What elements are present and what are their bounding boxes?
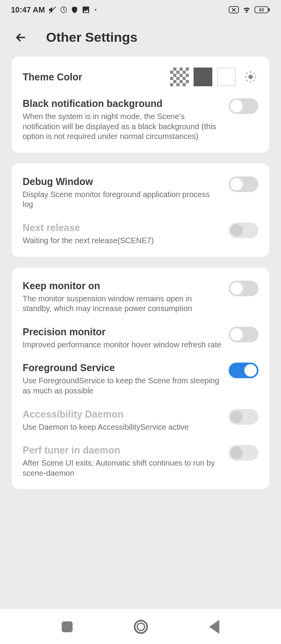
foreground-service-toggle[interactable] [229,363,258,378]
next-release-title: Next release [23,222,154,233]
system-nav-bar [0,609,281,644]
page-title: Other Settings [46,30,137,45]
debug-window-toggle[interactable] [229,176,258,192]
next-release-row: Next release Waiting for the next releas… [23,221,258,246]
keep-monitor-title: Keep monitor on [23,280,222,292]
keep-monitor-desc: The monitor suspension window remains op… [23,294,222,314]
screen-record-icon [229,6,239,14]
nav-recent-button[interactable] [62,621,73,632]
precision-monitor-toggle[interactable] [229,327,258,342]
status-time: 10:47 AM [11,5,45,14]
next-release-desc: Waiting for the next release(SCENE7) [23,236,154,246]
accessibility-daemon-desc: Use Daemon to keep AccessibilityService … [23,422,189,432]
card-appearance: Theme Color Black notification backgroun… [12,57,269,153]
theme-swatch-dark[interactable] [194,68,212,86]
svg-line-12 [254,80,254,81]
battery-icon: 63 [254,6,270,14]
black-notification-row[interactable]: Black notification background When the s… [23,96,258,142]
debug-window-title: Debug Window [23,176,222,187]
theme-swatch-light[interactable] [217,68,236,86]
svg-rect-4 [269,8,270,11]
nav-back-button[interactable] [209,620,219,634]
image-icon [82,5,90,14]
brightness-icon[interactable] [243,69,258,85]
svg-point-6 [248,75,253,79]
debug-window-desc: Display Scene monitor foreground applica… [23,190,222,210]
black-notification-toggle[interactable] [229,98,258,114]
keep-monitor-toggle[interactable] [229,281,258,296]
accessibility-daemon-title: Accessibility Daemon [23,409,189,420]
perf-tuner-row: Perf tuner in daemon After Scene UI exit… [23,443,258,478]
card-debug: Debug Window Display Scene monitor foreg… [12,164,269,257]
keep-monitor-row[interactable]: Keep monitor on The monitor suspension w… [23,279,258,314]
perf-tuner-title: Perf tuner in daemon [23,445,222,456]
accessibility-daemon-toggle [229,409,258,425]
svg-line-11 [247,73,247,74]
foreground-service-row[interactable]: Foreground Service Use ForegroundService… [23,361,258,396]
clock-icon [60,6,68,14]
next-release-toggle [229,222,258,238]
precision-monitor-title: Precision monitor [23,326,221,338]
foreground-service-desc: Use ForegroundService to keep the Scene … [23,376,222,396]
back-button[interactable] [14,31,27,44]
black-notification-title: Black notification background [23,98,222,109]
theme-color-label: Theme Color [23,71,82,83]
perf-tuner-toggle [229,445,258,461]
black-notification-desc: When the system is in night mode, the Sc… [23,112,222,142]
shield-icon [71,6,78,14]
precision-monitor-desc: Improved performance monitor hover windo… [23,340,221,350]
nav-home-button[interactable] [134,620,148,634]
accessibility-daemon-row: Accessibility Daemon Use Daemon to keep … [23,407,258,432]
svg-line-13 [247,80,247,81]
theme-swatch-auto[interactable] [170,68,189,86]
card-monitor: Keep monitor on The monitor suspension w… [12,268,269,489]
wifi-icon [242,6,251,14]
status-bar: 10:47 AM • 63 [0,0,281,19]
more-dot-icon: • [95,7,96,12]
svg-line-14 [254,73,254,74]
precision-monitor-row[interactable]: Precision monitor Improved performance m… [23,325,258,350]
foreground-service-title: Foreground Service [23,362,222,374]
debug-window-row[interactable]: Debug Window Display Scene monitor foreg… [23,174,258,210]
mute-icon [48,5,57,14]
theme-color-row[interactable]: Theme Color [23,68,258,86]
svg-text:63: 63 [259,7,264,12]
perf-tuner-desc: After Scene UI exits, Automatic shift co… [23,458,222,478]
